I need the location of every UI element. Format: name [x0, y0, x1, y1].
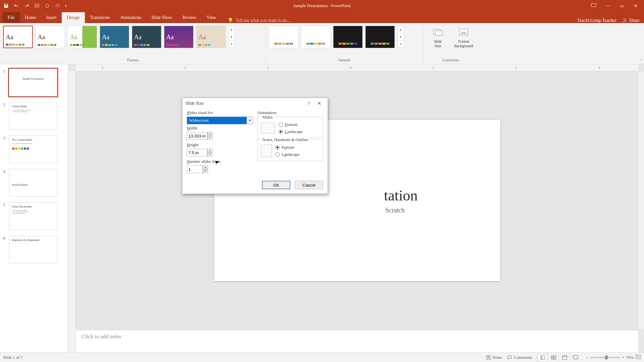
tab-view[interactable]: View — [201, 12, 221, 23]
number-from-spinner[interactable]: ▲▼ — [203, 165, 208, 173]
thumb-number: 6 — [3, 236, 7, 241]
reading-view-button[interactable] — [559, 354, 570, 361]
variant-tile[interactable] — [333, 26, 363, 48]
tell-me-search[interactable]: 💡 Tell me what you want to do... — [228, 18, 291, 23]
circle-icon[interactable] — [44, 3, 50, 9]
zoom-out-button[interactable]: − — [586, 355, 588, 360]
notes-portrait-radio[interactable]: Portrait — [275, 145, 300, 150]
zoom-slider[interactable] — [590, 357, 620, 358]
height-label: Height: — [187, 142, 253, 147]
quick-access-toolbar: ▾ — [0, 3, 67, 9]
variant-tile[interactable] — [365, 26, 395, 48]
tab-review[interactable]: Review — [177, 12, 202, 23]
svg-rect-8 — [459, 29, 468, 35]
ribbon-display-icon[interactable] — [591, 3, 596, 8]
tab-transitions[interactable]: Transitions — [85, 12, 115, 23]
height-spinner[interactable]: ▲▼ — [207, 149, 213, 156]
slide-counter: Slide 1 of 7 — [3, 355, 23, 360]
fit-to-window-button[interactable] — [636, 355, 641, 360]
tab-design[interactable]: Design — [62, 12, 85, 23]
svg-point-5 — [624, 19, 626, 21]
svg-rect-2 — [56, 5, 59, 7]
notes-pane[interactable]: Click to add notes — [76, 330, 638, 352]
format-background-button[interactable]: Format Background — [452, 26, 475, 55]
slide-size-button[interactable]: Slide Size — [426, 26, 449, 55]
theme-tile[interactable]: Aa — [100, 26, 129, 48]
slide-thumbnail[interactable]: Employees by Department — [9, 236, 57, 263]
thumb-number: 5 — [3, 202, 7, 207]
theme-tile[interactable]: Aa — [68, 26, 97, 48]
minimize-icon[interactable]: — — [606, 3, 610, 8]
signed-in-user[interactable]: TeachUcomp Teacher — [577, 18, 616, 23]
thumb-number: 1 — [3, 69, 7, 74]
number-from-input[interactable] — [187, 165, 203, 173]
slide-thumbnail[interactable]: Two Content Slides• The Two Content slid… — [9, 136, 57, 163]
width-spinner[interactable]: ▲▼ — [207, 132, 213, 140]
svg-point-1 — [46, 4, 49, 7]
tab-insert[interactable]: Insert — [41, 12, 62, 23]
width-label: Width: — [187, 126, 253, 131]
tab-file[interactable]: File — [3, 12, 20, 23]
redo-icon[interactable] — [24, 3, 30, 9]
person-icon — [622, 18, 627, 23]
horizontal-ruler[interactable]: 6 5 4 3 2 1 0 1 2 3 4 5 6 — [76, 64, 638, 71]
zoom-in-button[interactable]: + — [622, 355, 624, 360]
theme-tile[interactable]: Aa — [132, 26, 161, 48]
slide-thumbnail[interactable]: Section Header — [9, 169, 57, 197]
undo-icon[interactable] — [14, 3, 19, 9]
print-icon[interactable] — [55, 3, 60, 9]
width-input[interactable] — [187, 132, 207, 140]
comments-toggle[interactable]: Comments — [507, 355, 532, 360]
slide-size-dialog: Slide Size ? ✕ Slides sized for: Widescr… — [182, 98, 328, 194]
startfrom-icon[interactable] — [34, 3, 40, 9]
slide-editor: 6 5 4 3 2 1 0 1 2 3 4 5 6 Sample Present… — [68, 64, 644, 352]
ok-button[interactable]: OK — [262, 181, 290, 189]
chevron-down-icon[interactable]: ▼ — [247, 117, 253, 124]
format-background-icon — [458, 27, 469, 38]
sized-for-dropdown[interactable]: Widescreen ▼ — [187, 117, 253, 124]
qat-more-icon[interactable]: ▾ — [65, 4, 67, 7]
slide-thumbnail-panel[interactable]: 1Sample Presentation 2Content Slides• Lo… — [0, 64, 68, 352]
dialog-close-icon[interactable]: ✕ — [314, 101, 324, 106]
height-input[interactable] — [187, 149, 207, 156]
slideshow-view-button[interactable] — [570, 354, 581, 361]
save-icon[interactable] — [3, 3, 9, 9]
variants-group-label: Variants — [269, 57, 420, 63]
slide-subtitle[interactable]: Creating a Presentation from Scratch — [310, 207, 404, 214]
notes-toggle[interactable]: Notes — [486, 355, 502, 360]
dialog-title: Slide Size — [186, 101, 204, 106]
variant-tile[interactable] — [301, 26, 331, 48]
variant-tile[interactable] — [269, 26, 298, 48]
vertical-ruler[interactable] — [68, 71, 76, 352]
theme-tile[interactable]: Aa — [196, 26, 226, 48]
cancel-button[interactable]: Cancel — [295, 181, 323, 189]
tab-animations[interactable]: Animations — [115, 12, 146, 23]
slides-landscape-radio[interactable]: Landscape — [278, 129, 303, 134]
share-button[interactable]: Share — [622, 18, 639, 23]
editor-scrollbar[interactable] — [638, 71, 644, 329]
sorter-view-button[interactable] — [548, 354, 559, 361]
maximize-icon[interactable]: ▭ — [620, 3, 624, 9]
tab-home[interactable]: Home — [20, 12, 41, 23]
close-icon[interactable]: ✕ — [634, 3, 638, 9]
number-from-label: Number slides from: — [187, 159, 253, 164]
theme-tile[interactable]: Aa — [3, 26, 33, 48]
tab-slideshow[interactable]: Slide Show — [146, 12, 177, 23]
collapse-ribbon-icon[interactable]: ⌃ — [639, 58, 642, 63]
slides-portrait-radio[interactable]: Portrait — [278, 122, 303, 127]
zoom-level[interactable]: 76% — [626, 355, 634, 360]
svg-rect-21 — [573, 356, 578, 359]
theme-tile[interactable]: Aa — [164, 26, 194, 48]
dialog-help-icon[interactable]: ? — [304, 101, 314, 106]
theme-tile[interactable]: Aa — [35, 26, 65, 48]
slide-thumbnail[interactable]: About Placeholders• Useful for bullet li… — [9, 202, 57, 230]
tell-me-placeholder: Tell me what you want to do... — [236, 18, 291, 23]
normal-view-button[interactable] — [537, 354, 548, 361]
window-title: Sample Presentation - PowerPoint — [293, 3, 350, 8]
slide-thumbnail[interactable]: Sample Presentation — [9, 69, 57, 96]
notes-landscape-radio[interactable]: Landscape — [275, 152, 300, 157]
variants-gallery-more[interactable]: ▲▼▾ — [397, 26, 404, 48]
lightbulb-icon: 💡 — [228, 18, 233, 23]
themes-gallery-more[interactable]: ▲▼▾ — [228, 26, 235, 48]
slide-thumbnail[interactable]: Content Slides• Lorem ipsum dolor sit am… — [9, 102, 57, 130]
